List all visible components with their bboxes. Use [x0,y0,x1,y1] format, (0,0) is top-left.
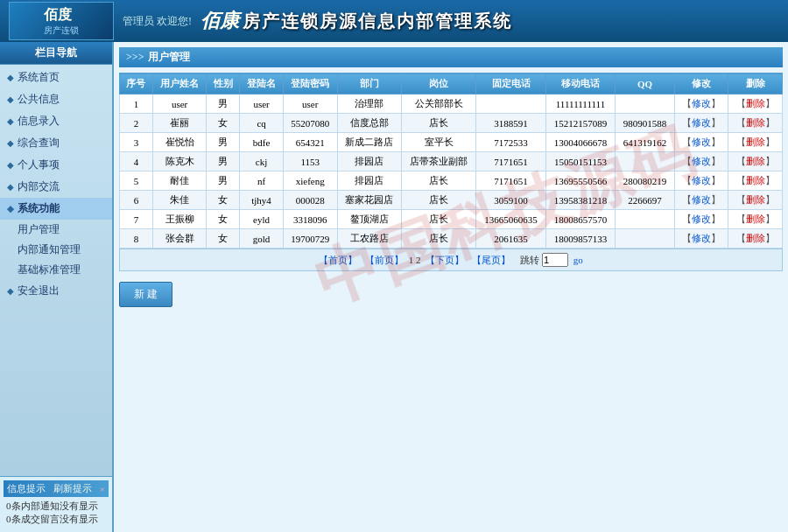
table-cell: 3318096 [283,210,337,229]
table-cell: 女 [207,229,240,248]
modify-link[interactable]: 修改 [692,233,711,243]
delete-link[interactable]: 删除 [746,194,765,205]
table-cell: 1 [120,94,153,114]
table-cell: 13665060635 [476,210,545,229]
new-button[interactable]: 新 建 [119,282,172,307]
col-name: 用户姓名 [152,74,207,94]
delete-link[interactable]: 删除 [746,117,765,128]
sidebar-sub-notice-mgmt[interactable]: 内部通知管理 [0,240,112,260]
table-cell: 张会群 [152,229,207,248]
table-cell: nf [240,172,284,191]
col-gender: 性别 [207,74,240,94]
sidebar-info: 信息提示 刷新提示 × 0条内部通知没有显示 0条成交留言没有显示 [0,476,112,532]
delete-link[interactable]: 删除 [746,214,765,224]
table-body: 1user男useruser治理部公关部部长11111111111【修改】【删除… [120,94,783,248]
info-close-button[interactable]: × [100,484,105,494]
sidebar-item-input[interactable]: ◆ 信息录入 [0,110,112,132]
table-cell: 王振柳 [152,210,207,229]
table-cell: 店长 [402,210,476,229]
modify-link[interactable]: 修改 [692,175,711,186]
table-cell: 耐佳 [152,172,207,191]
sidebar-item-public[interactable]: ◆ 公共信息 [0,88,112,110]
page-last[interactable]: 【尾页】 [472,255,510,265]
info-refresh-button[interactable]: 刷新提示 [53,482,92,495]
sidebar-label-public: 公共信息 [18,92,60,107]
table-row: 7王振柳女eyld3318096鳌顶湖店店长136650606351800865… [120,210,783,229]
col-pwd: 登陆密码 [283,74,337,94]
table-cell: 7172533 [476,133,545,152]
page-next[interactable]: 【下页】 [426,255,464,265]
col-delete: 删除 [728,74,783,94]
modify-link[interactable]: 修改 [692,136,711,147]
sidebar-item-personal[interactable]: ◆ 个人事项 [0,154,112,176]
table-row: 8张会群女gold19700729工农路店店长20616351800985713… [120,229,783,248]
sidebar-item-query[interactable]: ◆ 综合查询 [0,132,112,154]
page-go[interactable]: go [573,255,583,265]
table-cell: 7171651 [476,152,545,172]
sidebar-label-system: 系统功能 [18,201,60,216]
col-qq: QQ [616,74,675,94]
table-cell: 工农路店 [337,229,401,248]
table-cell: 排园店 [337,172,401,191]
modify-link[interactable]: 修改 [692,98,711,108]
col-tel: 固定电话 [476,74,545,94]
arrow-icon: ◆ [7,286,14,296]
table-cell: 18009857133 [545,229,615,248]
page-first[interactable]: 【首页】 [319,255,357,265]
table-cell: 女 [207,114,240,133]
arrow-icon: ◆ [7,94,14,104]
table-cell: 2266697 [616,191,675,210]
table-cell: 000028 [283,191,337,210]
table-cell [616,229,675,248]
modify-link[interactable]: 修改 [692,194,711,205]
main-layout: 栏目导航 ◆ 系统首页 ◆ 公共信息 ◆ 信息录入 ◆ 综合查询 ◆ 个人事项 [0,42,788,532]
table-cell: 13958381218 [545,191,615,210]
modify-link[interactable]: 修改 [692,156,711,166]
page-prev[interactable]: 【前页】 [365,255,404,265]
delete-link[interactable]: 删除 [746,233,765,243]
sidebar-sub-user-mgmt[interactable]: 用户管理 [0,220,112,240]
table-cell: 280080219 [616,172,675,191]
modify-link[interactable]: 修改 [692,117,711,128]
header-title: 房产连锁房源信息内部管理系统 [243,10,512,33]
table-cell: 7 [120,210,153,229]
table-cell: 治理部 [337,94,401,114]
table-row: 3崔悦怡男bdfe654321新成二路店室平长71725331300406667… [120,133,783,152]
sidebar-label-internal: 内部交流 [18,179,60,194]
table-cell: 新成二路店 [337,133,401,152]
logo-area: 佰度 房产连锁 [9,2,114,40]
sidebar-sub-standard-mgmt[interactable]: 基础标准管理 [0,260,112,280]
delete-link[interactable]: 删除 [746,98,765,108]
info-title-bar: 信息提示 刷新提示 × [4,480,109,497]
table-cell: 女 [207,191,240,210]
table-cell: 崔悦怡 [152,133,207,152]
table-cell: 2061635 [476,229,545,248]
col-id: 序号 [120,74,153,94]
sidebar-label-personal: 个人事项 [18,158,60,172]
table-cell: 15212157089 [545,114,615,133]
sidebar-label-logout: 安全退出 [18,284,60,298]
sidebar-nav-title: 栏目导航 [0,42,112,65]
sidebar-label-query: 综合查询 [18,136,60,150]
sidebar-item-home[interactable]: ◆ 系统首页 [0,66,112,88]
modify-link[interactable]: 修改 [692,214,711,224]
sidebar-label-home: 系统首页 [18,70,60,85]
table-cell: 641319162 [616,133,675,152]
page-label: 跳转 [520,255,539,265]
page-input[interactable] [542,253,568,267]
table-cell: 店长 [402,114,476,133]
sidebar-item-system[interactable]: ◆ 系统功能 [0,198,112,220]
logo-text: 佰度 [44,6,79,24]
table-cell [616,94,675,114]
table-cell: 13004066678 [545,133,615,152]
delete-link[interactable]: 删除 [746,136,765,147]
table-header-row: 序号 用户姓名 性别 登陆名 登陆密码 部门 岗位 固定电话 移动电话 QQ 修… [120,74,783,94]
table-cell: user [283,94,337,114]
user-table: 序号 用户姓名 性别 登陆名 登陆密码 部门 岗位 固定电话 移动电话 QQ 修… [119,73,783,248]
delete-link[interactable]: 删除 [746,156,765,166]
delete-link[interactable]: 删除 [746,175,765,186]
header-brand: 佰康 [201,8,239,34]
sidebar-item-internal[interactable]: ◆ 内部交流 [0,176,112,198]
sidebar-item-logout[interactable]: ◆ 安全退出 [0,280,112,302]
table-cell: bdfe [240,133,284,152]
